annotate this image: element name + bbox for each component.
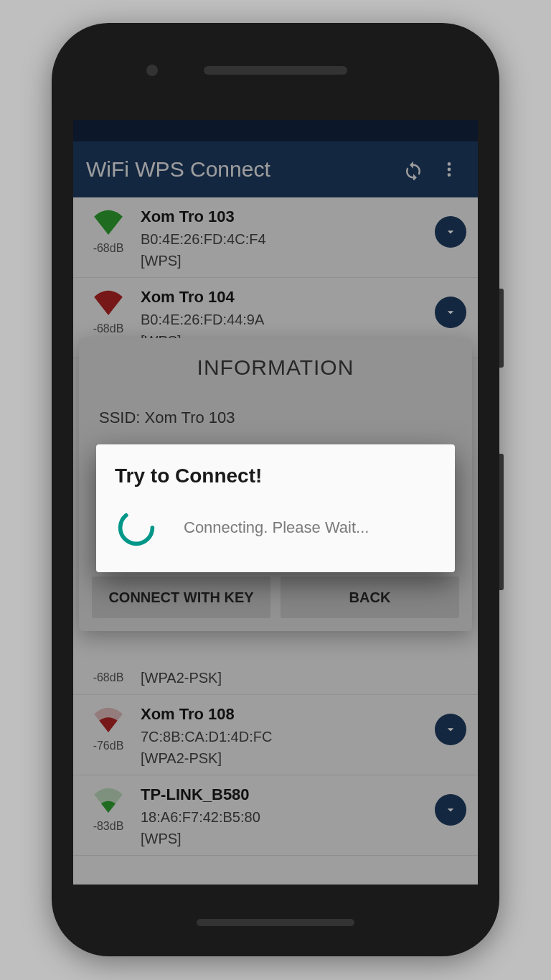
expand-button[interactable] [435, 794, 466, 826]
connect-dialog-title: Try to Connect! [115, 465, 436, 487]
network-security: [WPS] [141, 250, 435, 271]
network-ssid: TP-LINK_B580 [141, 783, 435, 806]
network-mac: 7C:8B:CA:D1:4D:FC [141, 726, 435, 747]
app-bar: WiFi WPS Connect [73, 141, 478, 197]
signal-strength: -68dB [93, 242, 124, 255]
network-ssid: Xom Tro 104 [141, 285, 435, 309]
network-mac: B0:4E:26:FD:4C:F4 [141, 228, 435, 250]
network-security: [WPA2-PSK] [141, 667, 469, 689]
signal-strength: -76dB [93, 739, 124, 752]
network-security: [WPA2-PSK] [141, 747, 435, 769]
network-row[interactable]: -68dB Xom Tro 103 B0:4E:26:FD:4C:F4 [WPS… [73, 197, 478, 278]
network-row[interactable]: -68dB [WPA2-PSK] [73, 667, 478, 695]
phone-side-button [499, 454, 504, 590]
phone-side-button [499, 289, 504, 368]
connect-dialog: Try to Connect! Connecting. Please Wait.… [96, 444, 455, 572]
expand-button[interactable] [435, 216, 466, 248]
signal-strength: -68dB [93, 322, 124, 335]
svg-point-3 [121, 512, 153, 544]
phone-speaker-bottom [197, 919, 354, 926]
network-security: [WPS] [141, 828, 435, 849]
loading-spinner-icon [116, 508, 156, 548]
svg-point-2 [448, 173, 451, 177]
overflow-menu-icon[interactable] [433, 154, 465, 185]
network-row[interactable]: -83dB TP-LINK_B580 18:A6:F7:42:B5:80 [WP… [73, 775, 478, 856]
dialog-ssid-line: SSID: Xom Tro 103 [79, 393, 472, 434]
phone-camera [146, 65, 158, 76]
connect-with-key-button[interactable]: CONNECT WITH KEY [92, 577, 270, 618]
app-title: WiFi WPS Connect [86, 157, 393, 182]
signal-strength: -83dB [93, 820, 124, 833]
signal-strength: -68dB [93, 671, 124, 684]
svg-point-1 [448, 168, 451, 172]
phone-speaker [204, 66, 347, 75]
phone-frame: WiFi WPS Connect -68dB Xom Tro 103 B [52, 23, 499, 956]
wifi-signal-icon [92, 787, 125, 816]
wifi-signal-icon [92, 706, 125, 735]
status-bar [73, 120, 478, 141]
back-button[interactable]: BACK [281, 577, 459, 618]
screen: WiFi WPS Connect -68dB Xom Tro 103 B [73, 120, 478, 885]
network-row[interactable]: -76dB Xom Tro 108 7C:8B:CA:D1:4D:FC [WPA… [73, 695, 478, 775]
network-ssid: Xom Tro 108 [141, 702, 435, 726]
wifi-signal-icon [92, 209, 125, 238]
wifi-signal-icon [92, 289, 125, 318]
network-mac: 18:A6:F7:42:B5:80 [141, 806, 435, 828]
connect-dialog-message: Connecting. Please Wait... [184, 518, 369, 537]
network-mac: B0:4E:26:FD:44:9A [141, 309, 435, 330]
expand-button[interactable] [435, 714, 466, 745]
dialog-title: INFORMATION [79, 338, 472, 393]
network-ssid: Xom Tro 103 [141, 205, 435, 228]
svg-point-0 [448, 162, 451, 166]
expand-button[interactable] [435, 297, 466, 328]
refresh-icon[interactable] [397, 154, 429, 185]
